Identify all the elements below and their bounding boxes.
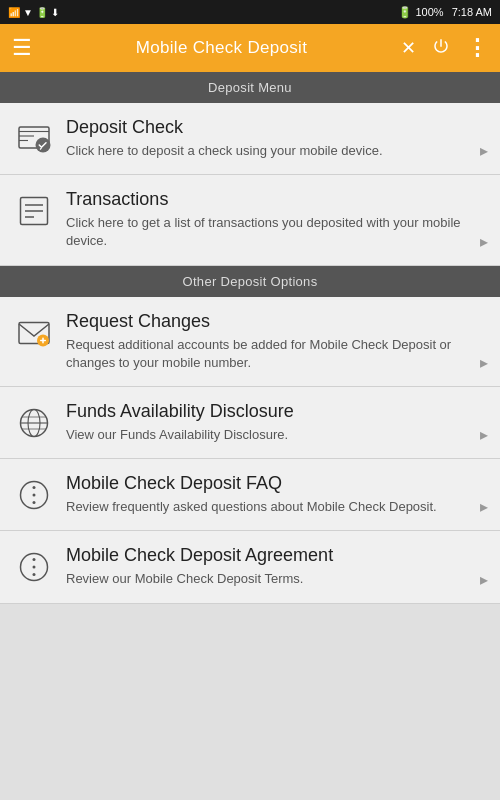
app-bar: ☰ Mobile Check Deposit ✕ ⋮ (0, 24, 500, 72)
transactions-content: Transactions Click here to get a list of… (66, 189, 474, 250)
transactions-desc: Click here to get a list of transactions… (66, 214, 474, 250)
menu-item-funds-availability[interactable]: Funds Availability Disclosure View our F… (0, 387, 500, 459)
close-icon[interactable]: ✕ (401, 37, 416, 59)
funds-availability-chevron: ▸ (480, 425, 488, 444)
agreement-chevron: ▸ (480, 570, 488, 589)
funds-availability-icon (14, 403, 54, 443)
deposit-check-desc: Click here to deposit a check using your… (66, 142, 474, 160)
agreement-icon (14, 547, 54, 587)
faq-icon (14, 475, 54, 515)
app-bar-actions: ✕ ⋮ (401, 35, 488, 61)
deposit-check-title: Deposit Check (66, 117, 474, 138)
faq-title: Mobile Check Deposit FAQ (66, 473, 474, 494)
request-changes-icon (14, 313, 54, 353)
faq-desc: Review frequently asked questions about … (66, 498, 474, 516)
transactions-icon (14, 191, 54, 231)
menu-item-faq[interactable]: Mobile Check Deposit FAQ Review frequent… (0, 459, 500, 531)
status-bar: 📶 ▼ 🔋 ⬇ 🔋 100% 7:18 AM (0, 0, 500, 24)
app-bar-title: Mobile Check Deposit (136, 38, 307, 58)
funds-availability-title: Funds Availability Disclosure (66, 401, 474, 422)
section-other-options: Other Deposit Options Request Changes Re… (0, 266, 500, 604)
section-deposit-menu: Deposit Menu Deposit Check Click here to… (0, 72, 500, 266)
request-changes-chevron: ▸ (480, 353, 488, 372)
agreement-content: Mobile Check Deposit Agreement Review ou… (66, 545, 474, 588)
transactions-chevron: ▸ (480, 232, 488, 251)
battery-icon: 🔋 100% (398, 6, 443, 19)
time-display: 7:18 AM (452, 6, 492, 18)
request-changes-desc: Request additional accounts be added for… (66, 336, 474, 372)
svg-point-18 (33, 566, 36, 569)
svg-point-15 (33, 486, 36, 489)
request-changes-title: Request Changes (66, 311, 474, 332)
svg-point-16 (33, 501, 36, 504)
menu-item-request-changes[interactable]: Request Changes Request additional accou… (0, 297, 500, 387)
transactions-title: Transactions (66, 189, 474, 210)
svg-point-20 (33, 573, 36, 576)
faq-content: Mobile Check Deposit FAQ Review frequent… (66, 473, 474, 516)
faq-chevron: ▸ (480, 497, 488, 516)
agreement-title: Mobile Check Deposit Agreement (66, 545, 474, 566)
deposit-check-icon (14, 119, 54, 159)
power-icon[interactable] (432, 37, 450, 59)
menu-item-transactions[interactable]: Transactions Click here to get a list of… (0, 175, 500, 265)
funds-availability-desc: View our Funds Availability Disclosure. (66, 426, 474, 444)
request-changes-content: Request Changes Request additional accou… (66, 311, 474, 372)
agreement-desc: Review our Mobile Check Deposit Terms. (66, 570, 474, 588)
svg-point-19 (33, 558, 36, 561)
svg-point-14 (33, 494, 36, 497)
deposit-check-chevron: ▸ (480, 141, 488, 160)
funds-availability-content: Funds Availability Disclosure View our F… (66, 401, 474, 444)
deposit-check-content: Deposit Check Click here to deposit a ch… (66, 117, 474, 160)
menu-item-deposit-check[interactable]: Deposit Check Click here to deposit a ch… (0, 103, 500, 175)
section-header-deposit: Deposit Menu (0, 72, 500, 103)
section-header-other: Other Deposit Options (0, 266, 500, 297)
menu-icon[interactable]: ☰ (12, 35, 32, 61)
menu-item-agreement[interactable]: Mobile Check Deposit Agreement Review ou… (0, 531, 500, 603)
more-options-icon[interactable]: ⋮ (466, 35, 488, 61)
